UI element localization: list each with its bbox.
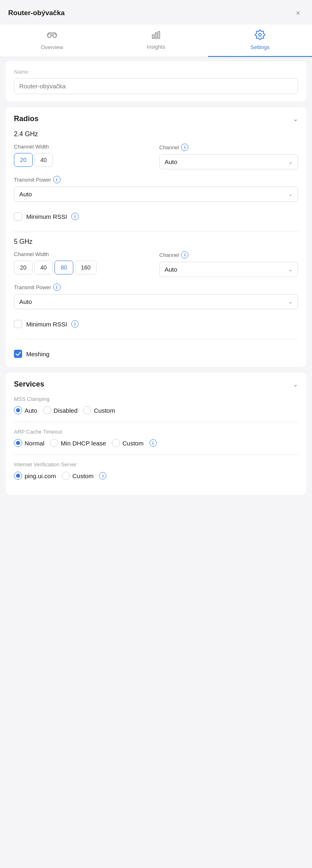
radios-divider-2: [14, 339, 298, 339]
ghz5-section: 5 GHz Channel Width 20 40 80 160: [14, 238, 298, 332]
ivs-custom[interactable]: Custom: [62, 472, 94, 480]
mss-clamping-disabled-radio[interactable]: [43, 406, 51, 414]
title-bar: Router-obývačka ×: [0, 0, 312, 25]
services-divider-1: [14, 422, 298, 422]
ghz24-section: 2.4 GHz Channel Width 20 40 Channel: [14, 130, 298, 225]
ghz5-channel-label: Channel i: [159, 251, 298, 259]
arp-info-icon[interactable]: i: [149, 439, 157, 447]
services-chevron-icon[interactable]: ⌄: [293, 380, 298, 388]
tab-overview[interactable]: Overview: [0, 25, 104, 57]
ghz5-transmit-power-info-icon[interactable]: i: [53, 283, 61, 291]
ghz5-transmit-power-value: Auto: [19, 298, 32, 305]
mss-clamping-label: MSS Clamping: [14, 396, 298, 402]
mss-clamping-disabled-label: Disabled: [54, 407, 77, 414]
tab-settings[interactable]: Settings: [208, 25, 312, 57]
ghz5-transmit-power-select[interactable]: Auto ⌄: [14, 294, 298, 309]
ghz24-channel-width-buttons: 20 40: [14, 153, 153, 167]
ivs-custom-radio[interactable]: [62, 472, 70, 480]
radios-section: Radios ⌄ 2.4 GHz Channel Width 20 40: [6, 107, 306, 367]
internet-verification-label: Internet Verification Server: [14, 461, 298, 468]
ivs-custom-label: Custom: [72, 472, 94, 479]
tab-overview-label: Overview: [41, 44, 63, 50]
services-title: Services: [14, 380, 44, 389]
ghz24-minimum-rssi-checkbox[interactable]: [14, 212, 22, 220]
ghz24-transmit-power-value: Auto: [19, 191, 32, 198]
ghz24-channel-select[interactable]: Auto ⌄: [159, 154, 298, 169]
ghz24-channel-width-label: Channel Width: [14, 144, 153, 150]
ghz24-minimum-rssi-label: Minimum RSSI: [26, 213, 67, 220]
ghz5-minimum-rssi-label: Minimum RSSI: [26, 321, 67, 328]
mss-clamping-auto[interactable]: Auto: [14, 406, 37, 414]
ghz24-transmit-power-label: Transmit Power i: [14, 176, 298, 183]
arp-normal[interactable]: Normal: [14, 439, 44, 447]
internet-verification-options: ping.ui.com Custom i: [14, 472, 298, 480]
ghz24-title: 2.4 GHz: [14, 130, 298, 138]
ghz24-channel-arrow-icon: ⌄: [288, 159, 293, 165]
ghz24-transmit-power-group: Transmit Power i Auto ⌄: [14, 176, 298, 202]
ivs-info-icon[interactable]: i: [99, 472, 106, 479]
ghz24-cw-btn-20[interactable]: 20: [14, 153, 33, 167]
ghz5-cw-btn-80[interactable]: 80: [54, 261, 73, 274]
radios-section-header: Radios ⌄: [14, 115, 298, 123]
mss-clamping-custom-label: Custom: [94, 407, 115, 414]
tab-insights-label: Insights: [147, 44, 165, 50]
mss-clamping-custom[interactable]: Custom: [83, 406, 115, 414]
svg-rect-3: [155, 33, 157, 38]
internet-verification-section: Internet Verification Server ping.ui.com…: [14, 461, 298, 480]
ghz24-transmit-power-select[interactable]: Auto ⌄: [14, 187, 298, 202]
radios-chevron-icon[interactable]: ⌄: [293, 115, 298, 123]
services-divider-2: [14, 454, 298, 455]
ghz24-minimum-rssi-info-icon[interactable]: i: [71, 213, 79, 220]
mss-clamping-custom-radio[interactable]: [83, 406, 91, 414]
arp-custom[interactable]: Custom: [112, 439, 144, 447]
mss-clamping-disabled[interactable]: Disabled: [43, 406, 77, 414]
ghz5-minimum-rssi-info-icon[interactable]: i: [71, 320, 79, 328]
ivs-ping-radio[interactable]: [14, 472, 22, 480]
ghz5-channel-width-buttons: 20 40 80 160: [14, 261, 153, 274]
mss-clamping-auto-label: Auto: [25, 407, 37, 414]
mss-clamping-options: Auto Disabled Custom: [14, 406, 298, 414]
meshing-checkbox[interactable]: [14, 350, 22, 358]
ghz5-channel-group: Channel i Auto ⌄: [159, 251, 298, 277]
services-section-header: Services ⌄: [14, 380, 298, 389]
name-section: Name: [6, 61, 306, 101]
arp-normal-radio[interactable]: [14, 439, 22, 447]
ghz5-title: 5 GHz: [14, 238, 298, 245]
close-button[interactable]: ×: [292, 7, 304, 19]
arp-min-dhcp-radio[interactable]: [50, 439, 58, 447]
tab-settings-label: Settings: [251, 44, 270, 50]
ghz5-channel-select[interactable]: Auto ⌄: [159, 262, 298, 277]
arp-min-dhcp[interactable]: Min DHCP lease: [50, 439, 106, 447]
ghz24-transmit-power-arrow-icon: ⌄: [288, 191, 293, 197]
bar-chart-icon: [151, 30, 161, 42]
ghz24-transmit-power-info-icon[interactable]: i: [53, 176, 61, 183]
ghz24-channel-label: Channel i: [159, 144, 298, 151]
arp-custom-radio[interactable]: [112, 439, 120, 447]
arp-normal-label: Normal: [25, 440, 44, 447]
ghz5-cw-btn-160[interactable]: 160: [75, 261, 97, 274]
ghz5-minimum-rssi-checkbox[interactable]: [14, 320, 22, 328]
ghz5-cw-btn-20[interactable]: 20: [14, 261, 33, 274]
ghz5-channel-info-icon[interactable]: i: [181, 251, 188, 259]
ghz5-cw-btn-40[interactable]: 40: [34, 261, 53, 274]
radios-divider-1: [14, 231, 298, 232]
mss-clamping-section: MSS Clamping Auto Disabled Custom: [14, 396, 298, 414]
arp-cache-timeout-section: ARP Cache Timeout Normal Min DHCP lease …: [14, 429, 298, 447]
ghz24-channel-info-icon[interactable]: i: [181, 144, 188, 151]
ghz24-cw-btn-40[interactable]: 40: [34, 153, 53, 167]
radios-title: Radios: [14, 115, 38, 123]
tab-insights[interactable]: Insights: [104, 25, 208, 57]
ghz5-channel-width-group: Channel Width 20 40 80 160: [14, 251, 153, 274]
gear-icon: [255, 29, 265, 43]
window-title: Router-obývačka: [8, 9, 65, 17]
ghz24-minimum-rssi-row: Minimum RSSI i: [14, 208, 298, 225]
mss-clamping-auto-radio[interactable]: [14, 406, 22, 414]
ghz5-transmit-power-arrow-icon: ⌄: [288, 299, 293, 305]
meshing-row: Meshing: [14, 346, 298, 360]
svg-point-5: [259, 34, 262, 36]
name-input[interactable]: [14, 78, 298, 94]
ivs-ping[interactable]: ping.ui.com: [14, 472, 56, 480]
ghz5-minimum-rssi-row: Minimum RSSI i: [14, 316, 298, 332]
svg-rect-2: [152, 35, 154, 38]
arp-cache-timeout-options: Normal Min DHCP lease Custom i: [14, 439, 298, 447]
